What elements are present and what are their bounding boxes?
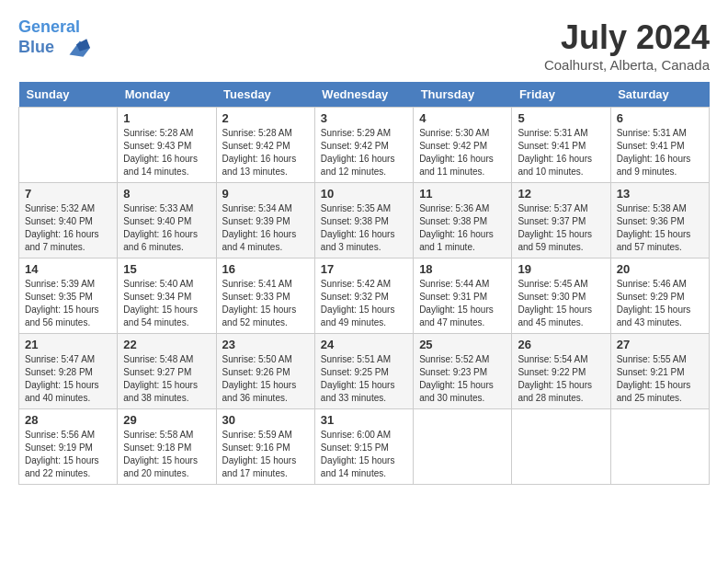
day-info: Sunrise: 5:42 AM Sunset: 9:32 PM Dayligh… [321,278,407,329]
calendar-cell: 17Sunrise: 5:42 AM Sunset: 9:32 PM Dayli… [314,259,413,334]
calendar-cell: 19Sunrise: 5:45 AM Sunset: 9:30 PM Dayli… [512,259,610,334]
day-number: 25 [419,338,506,351]
calendar-cell: 12Sunrise: 5:37 AM Sunset: 9:37 PM Dayli… [512,183,610,259]
calendar-cell: 7Sunrise: 5:32 AM Sunset: 9:40 PM Daylig… [19,183,118,259]
day-number: 28 [25,413,111,427]
day-info: Sunrise: 5:51 AM Sunset: 9:25 PM Dayligh… [321,353,407,405]
calendar-header-friday: Friday [512,82,610,108]
calendar-cell: 1Sunrise: 5:28 AM Sunset: 9:43 PM Daylig… [118,108,216,183]
day-number: 30 [222,413,309,427]
calendar-header-sunday: Sunday [19,82,118,108]
week-row-5: 28Sunrise: 5:56 AM Sunset: 9:19 PM Dayli… [19,409,710,485]
day-number: 8 [123,187,210,201]
calendar-cell: 20Sunrise: 5:46 AM Sunset: 9:29 PM Dayli… [610,259,709,334]
day-info: Sunrise: 5:55 AM Sunset: 9:21 PM Dayligh… [617,353,703,405]
day-number: 22 [123,338,210,351]
day-number: 29 [123,413,210,427]
day-info: Sunrise: 5:30 AM Sunset: 9:42 PM Dayligh… [419,127,506,178]
day-number: 4 [419,111,506,125]
title-block: July 2024 Coalhurst, Alberta, Canada [544,18,710,73]
day-info: Sunrise: 5:44 AM Sunset: 9:31 PM Dayligh… [419,278,506,329]
calendar-cell: 22Sunrise: 5:48 AM Sunset: 9:27 PM Dayli… [118,334,216,409]
week-row-1: 1Sunrise: 5:28 AM Sunset: 9:43 PM Daylig… [19,108,710,183]
calendar-header-tuesday: Tuesday [216,82,314,108]
day-number: 14 [25,262,111,276]
day-info: Sunrise: 5:31 AM Sunset: 9:41 PM Dayligh… [518,127,604,178]
calendar-header-saturday: Saturday [610,82,709,108]
day-info: Sunrise: 5:38 AM Sunset: 9:36 PM Dayligh… [617,202,703,254]
day-number: 7 [25,187,111,201]
day-info: Sunrise: 5:50 AM Sunset: 9:26 PM Dayligh… [222,353,309,405]
day-number: 24 [321,338,407,351]
day-number: 12 [518,187,604,201]
calendar-cell: 9Sunrise: 5:34 AM Sunset: 9:39 PM Daylig… [216,183,314,259]
week-row-2: 7Sunrise: 5:32 AM Sunset: 9:40 PM Daylig… [19,183,710,259]
calendar-header-row: SundayMondayTuesdayWednesdayThursdayFrid… [19,82,710,108]
logo: General Blue [18,18,90,59]
calendar-cell: 11Sunrise: 5:36 AM Sunset: 9:38 PM Dayli… [414,183,512,259]
day-number: 3 [321,111,407,125]
day-number: 18 [419,262,506,276]
day-info: Sunrise: 5:47 AM Sunset: 9:28 PM Dayligh… [25,353,111,405]
month-title: July 2024 [544,18,710,57]
calendar-cell: 2Sunrise: 5:28 AM Sunset: 9:42 PM Daylig… [216,108,314,183]
day-number: 9 [222,187,309,201]
day-info: Sunrise: 5:36 AM Sunset: 9:38 PM Dayligh… [419,202,506,254]
day-info: Sunrise: 6:00 AM Sunset: 9:15 PM Dayligh… [321,429,407,480]
day-number: 20 [617,262,703,276]
calendar-cell: 21Sunrise: 5:47 AM Sunset: 9:28 PM Dayli… [19,334,118,409]
day-number: 31 [321,413,407,427]
calendar-cell: 31Sunrise: 6:00 AM Sunset: 9:15 PM Dayli… [314,409,413,485]
day-info: Sunrise: 5:37 AM Sunset: 9:37 PM Dayligh… [518,202,604,254]
day-number: 21 [25,338,111,351]
day-number: 13 [617,187,703,201]
calendar-cell: 25Sunrise: 5:52 AM Sunset: 9:23 PM Dayli… [414,334,512,409]
calendar-cell: 10Sunrise: 5:35 AM Sunset: 9:38 PM Dayli… [314,183,413,259]
page-header: General Blue July 2024 Coalhurst, Albert… [18,18,710,73]
calendar-cell: 18Sunrise: 5:44 AM Sunset: 9:31 PM Dayli… [414,259,512,334]
calendar-cell: 16Sunrise: 5:41 AM Sunset: 9:33 PM Dayli… [216,259,314,334]
calendar-cell [610,409,709,485]
day-number: 10 [321,187,407,201]
day-number: 23 [222,338,309,351]
day-number: 6 [617,111,703,125]
calendar-cell: 8Sunrise: 5:33 AM Sunset: 9:40 PM Daylig… [118,183,216,259]
calendar-cell: 29Sunrise: 5:58 AM Sunset: 9:18 PM Dayli… [118,409,216,485]
day-info: Sunrise: 5:32 AM Sunset: 9:40 PM Dayligh… [25,202,111,254]
week-row-4: 21Sunrise: 5:47 AM Sunset: 9:28 PM Dayli… [19,334,710,409]
day-number: 15 [123,262,210,276]
calendar-header-wednesday: Wednesday [314,82,413,108]
day-info: Sunrise: 5:31 AM Sunset: 9:41 PM Dayligh… [617,127,703,178]
calendar-cell: 28Sunrise: 5:56 AM Sunset: 9:19 PM Dayli… [19,409,118,485]
calendar-cell [19,108,118,183]
day-info: Sunrise: 5:39 AM Sunset: 9:35 PM Dayligh… [25,278,111,329]
calendar-header-thursday: Thursday [414,82,512,108]
day-info: Sunrise: 5:41 AM Sunset: 9:33 PM Dayligh… [222,278,309,329]
day-info: Sunrise: 5:56 AM Sunset: 9:19 PM Dayligh… [25,429,111,480]
logo-subtext: Blue [18,37,90,59]
location: Coalhurst, Alberta, Canada [544,57,710,73]
week-row-3: 14Sunrise: 5:39 AM Sunset: 9:35 PM Dayli… [19,259,710,334]
calendar-cell: 27Sunrise: 5:55 AM Sunset: 9:21 PM Dayli… [610,334,709,409]
day-info: Sunrise: 5:48 AM Sunset: 9:27 PM Dayligh… [123,353,210,405]
calendar-cell: 6Sunrise: 5:31 AM Sunset: 9:41 PM Daylig… [610,108,709,183]
day-number: 1 [123,111,210,125]
day-number: 5 [518,111,604,125]
day-info: Sunrise: 5:33 AM Sunset: 9:40 PM Dayligh… [123,202,210,254]
day-info: Sunrise: 5:28 AM Sunset: 9:43 PM Dayligh… [123,127,210,178]
calendar-cell: 15Sunrise: 5:40 AM Sunset: 9:34 PM Dayli… [118,259,216,334]
day-info: Sunrise: 5:34 AM Sunset: 9:39 PM Dayligh… [222,202,309,254]
day-info: Sunrise: 5:35 AM Sunset: 9:38 PM Dayligh… [321,202,407,254]
day-info: Sunrise: 5:45 AM Sunset: 9:30 PM Dayligh… [518,278,604,329]
day-info: Sunrise: 5:46 AM Sunset: 9:29 PM Dayligh… [617,278,703,329]
calendar-header-monday: Monday [118,82,216,108]
calendar-cell: 5Sunrise: 5:31 AM Sunset: 9:41 PM Daylig… [512,108,610,183]
day-info: Sunrise: 5:52 AM Sunset: 9:23 PM Dayligh… [419,353,506,405]
calendar-cell: 24Sunrise: 5:51 AM Sunset: 9:25 PM Dayli… [314,334,413,409]
day-number: 17 [321,262,407,276]
calendar-cell: 14Sunrise: 5:39 AM Sunset: 9:35 PM Dayli… [19,259,118,334]
calendar-cell [512,409,610,485]
logo-text: General [18,18,90,37]
calendar-cell: 4Sunrise: 5:30 AM Sunset: 9:42 PM Daylig… [414,108,512,183]
day-info: Sunrise: 5:28 AM Sunset: 9:42 PM Dayligh… [222,127,309,178]
